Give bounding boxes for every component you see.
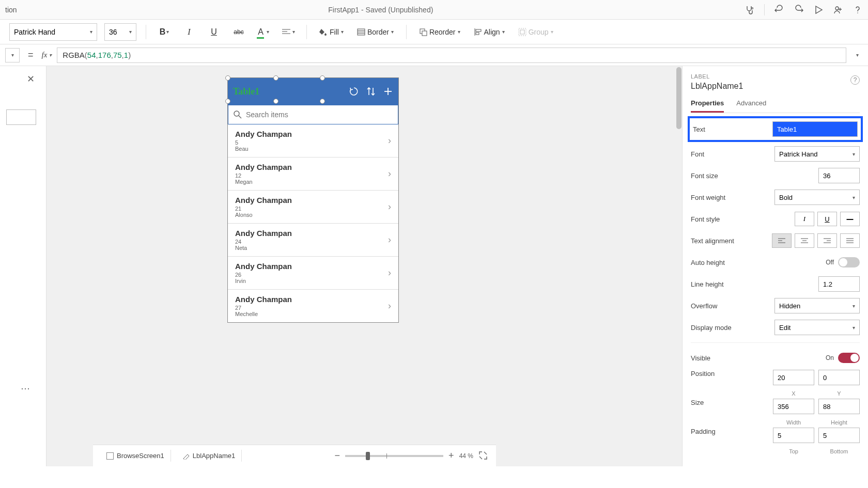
prop-fontweight-select[interactable]: Bold▾ <box>774 190 860 205</box>
chevron-right-icon[interactable]: › <box>388 135 391 146</box>
canvas[interactable]: Table1 Andy Champan5Beau›Andy Champan12M… <box>47 66 682 466</box>
padding-top-input[interactable] <box>773 428 814 443</box>
tab-properties[interactable]: Properties <box>691 99 724 113</box>
strike-toggle[interactable]: — <box>840 212 860 226</box>
tree-item-box[interactable] <box>6 109 36 125</box>
refresh-icon[interactable] <box>349 86 359 97</box>
vertical-scrollbar[interactable] <box>676 66 682 466</box>
list-item-sub2: Megan <box>235 179 292 185</box>
chevron-right-icon[interactable]: › <box>388 301 391 311</box>
underline-toggle[interactable]: U <box>817 212 837 226</box>
zoom-value: 44 <box>459 452 466 460</box>
list-item[interactable]: Andy Champan12Megan› <box>228 158 398 191</box>
chevron-right-icon[interactable]: › <box>388 234 391 245</box>
stethoscope-icon[interactable] <box>745 5 755 15</box>
chevron-right-icon[interactable]: › <box>388 267 391 278</box>
align-left-button[interactable] <box>772 233 792 248</box>
tab-advanced[interactable]: Advanced <box>736 99 766 113</box>
help-icon[interactable] <box>853 5 863 15</box>
prop-displaymode-select[interactable]: Edit▾ <box>774 320 860 335</box>
font-family-select[interactable]: Patrick Hand▾ <box>9 23 97 41</box>
chevron-right-icon[interactable]: › <box>388 201 391 212</box>
reorder-button[interactable]: Reorder▾ <box>416 23 463 41</box>
prop-fontsize-input[interactable] <box>818 168 860 183</box>
align-center-button[interactable] <box>795 233 814 248</box>
app-title-label[interactable]: Table1 <box>233 86 259 97</box>
fill-button[interactable]: Fill▾ <box>316 23 347 41</box>
list-item-sub2: Irvin <box>235 278 292 284</box>
list-item-name: Andy Champan <box>235 163 292 171</box>
prop-font-select[interactable]: Patrick Hand▾ <box>774 146 860 162</box>
list-item[interactable]: Andy Champan5Beau› <box>228 124 398 158</box>
play-icon[interactable] <box>813 5 824 15</box>
svg-rect-15 <box>519 28 526 36</box>
prop-overflow-select[interactable]: Hidden▾ <box>774 298 860 313</box>
chevron-right-icon[interactable]: › <box>388 168 391 179</box>
breadcrumb-control[interactable]: LblAppName1 <box>176 450 242 462</box>
visible-toggle[interactable] <box>838 353 860 363</box>
titlebar-left-fragment: tion <box>5 6 17 14</box>
size-height-input[interactable] <box>818 399 860 414</box>
zoom-out-button[interactable]: − <box>335 450 340 461</box>
sort-icon[interactable] <box>366 86 376 97</box>
selection-handle[interactable] <box>273 99 278 104</box>
strikethrough-button[interactable]: abc <box>230 23 247 41</box>
prop-lineheight-input[interactable] <box>818 276 860 292</box>
property-dropdown[interactable]: ▾ <box>5 48 20 62</box>
search-input[interactable] <box>246 111 393 119</box>
add-icon[interactable] <box>383 86 393 97</box>
selection-handle[interactable] <box>273 75 278 81</box>
size-width-input[interactable] <box>773 399 814 414</box>
autoheight-toggle[interactable] <box>838 257 860 267</box>
zoom-in-button[interactable]: + <box>448 450 454 461</box>
breadcrumb-screen[interactable]: BrowseScreen1 <box>100 450 171 462</box>
selection-handle[interactable] <box>320 99 325 104</box>
list-item[interactable]: Andy Champan24Neta› <box>228 224 398 257</box>
selection-handle[interactable] <box>320 75 325 81</box>
ribbon: Patrick Hand▾ 36▾ B▾ I U abc A▾ ▾ Fill▾ … <box>0 20 868 44</box>
zoom-slider[interactable] <box>345 455 443 457</box>
bold-button[interactable]: B▾ <box>156 23 173 41</box>
list-item-name: Andy Champan <box>235 229 292 238</box>
align-right-button[interactable] <box>817 233 837 248</box>
prop-text-input[interactable] <box>772 121 858 137</box>
tree-more-icon[interactable]: ⋯ <box>21 383 32 394</box>
list-item-sub2: Beau <box>235 146 292 152</box>
selection-handle[interactable] <box>225 99 230 104</box>
list-item[interactable]: Andy Champan21Alonso› <box>228 191 398 224</box>
selection-handle[interactable] <box>225 75 230 81</box>
align-button[interactable]: Align▾ <box>471 23 508 41</box>
formula-expand-icon[interactable]: ▾ <box>851 50 863 61</box>
equals-sign: = <box>25 50 37 60</box>
padding-bottom-input[interactable] <box>818 428 860 443</box>
italic-button[interactable]: I <box>180 23 198 41</box>
formula-input[interactable]: RGBA(54, 176, 75, 1) <box>57 48 846 63</box>
fx-button[interactable]: fx▾ <box>42 51 52 59</box>
list-item[interactable]: Andy Champan27Mechelle› <box>228 290 398 322</box>
list-item[interactable]: Andy Champan26Irvin› <box>228 257 398 290</box>
prop-fontsize-label: Font size <box>691 172 818 180</box>
help-icon[interactable]: ? <box>850 75 860 85</box>
border-button[interactable]: Border▾ <box>354 23 397 41</box>
redo-icon[interactable] <box>794 5 804 15</box>
search-box[interactable] <box>228 105 398 124</box>
share-icon[interactable] <box>833 5 843 15</box>
italic-toggle[interactable]: I <box>795 212 814 226</box>
text-align-button[interactable]: ▾ <box>280 23 297 41</box>
prop-size-label: Size <box>691 399 773 406</box>
font-size-select[interactable]: 36▾ <box>104 23 136 41</box>
svg-point-19 <box>234 111 239 116</box>
svg-point-2 <box>857 12 858 13</box>
position-x-input[interactable] <box>773 370 814 385</box>
fullscreen-icon[interactable] <box>478 451 489 461</box>
underline-button[interactable]: U <box>205 23 223 41</box>
app-header[interactable]: Table1 <box>228 78 398 105</box>
undo-icon[interactable] <box>774 5 784 15</box>
align-justify-button[interactable] <box>840 233 860 248</box>
group-button[interactable]: Group▾ <box>515 23 556 41</box>
position-y-input[interactable] <box>818 370 860 385</box>
close-panel-icon[interactable]: ✕ <box>27 73 35 85</box>
prop-text-row: Text <box>688 116 863 142</box>
svg-point-1 <box>835 7 839 10</box>
font-color-button[interactable]: A▾ <box>255 23 272 41</box>
